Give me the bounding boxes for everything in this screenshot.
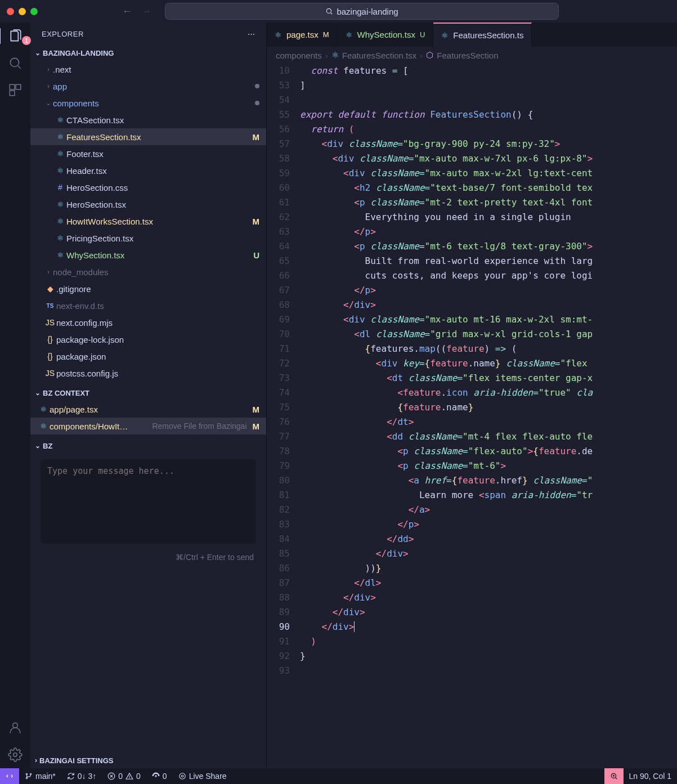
bazingai-settings-header[interactable]: › BAZINGAI SETTINGS — [30, 752, 266, 768]
js-file-icon: JS — [44, 369, 56, 378]
warning-count: 0 — [136, 772, 141, 781]
breadcrumb-part[interactable]: components — [276, 51, 322, 60]
svg-point-2 — [10, 58, 19, 66]
svg-point-8 — [14, 753, 17, 757]
folder-item[interactable]: ⌄components — [30, 95, 266, 111]
bz-context-item[interactable]: ⚛components/HowIt…Remove File from Bazin… — [30, 418, 266, 434]
line-gutter: 1053545556575859606162636465666768697071… — [267, 64, 298, 768]
close-window-button[interactable] — [7, 8, 14, 15]
git-branch-button[interactable]: main* — [19, 768, 61, 784]
git-status-badge: U — [253, 250, 259, 260]
bz-context-item[interactable]: ⚛app/page.tsxM — [30, 401, 266, 418]
file-item[interactable]: ⚛FeaturesSection.tsxM — [30, 128, 266, 145]
tree-label: postcss.config.js — [56, 369, 259, 378]
problems-button[interactable]: 0 0 — [102, 768, 146, 784]
git-status-badge: M — [253, 422, 260, 431]
line-number: 57 — [267, 137, 290, 151]
tree-label: package-lock.json — [56, 335, 259, 344]
code-content[interactable]: const features = [ ] export default func… — [298, 64, 677, 768]
bz-title: BZ — [43, 442, 52, 450]
line-number: 86 — [267, 561, 290, 576]
line-number: 59 — [267, 166, 290, 181]
editor-tab[interactable]: ⚛page.tsxM — [267, 23, 338, 47]
ports-count: 0 — [163, 772, 167, 781]
nav-forward-button[interactable]: → — [141, 6, 151, 17]
tab-label: page.tsx — [286, 30, 319, 39]
file-item[interactable]: {}package-lock.json — [30, 331, 266, 348]
bz-send-hint: ⌘/Ctrl + Enter to send — [30, 549, 266, 563]
line-number: 54 — [267, 93, 290, 107]
file-item[interactable]: {}package.json — [30, 348, 266, 365]
file-item[interactable]: TSnext-env.d.ts — [30, 297, 266, 314]
minimize-window-button[interactable] — [19, 8, 26, 15]
command-center[interactable]: bazingai-landing — [165, 3, 559, 20]
tab-label: FeaturesSection.ts — [453, 30, 523, 40]
search-text: bazingai-landing — [337, 7, 398, 16]
tree-label: HeroSection.tsx — [66, 200, 259, 209]
line-number: 58 — [267, 151, 290, 166]
file-item[interactable]: ⚛HowItWorksSection.tsxM — [30, 213, 266, 230]
chevron-icon: › — [44, 65, 53, 73]
window-controls — [7, 8, 46, 15]
breadcrumb-part[interactable]: FeaturesSection — [437, 51, 498, 60]
search-tab-icon[interactable] — [7, 55, 23, 71]
editor-group: ⚛page.tsxM⚛WhySection.tsxU⚛FeaturesSecti… — [267, 23, 677, 768]
symbol-icon: ⬡ — [426, 50, 433, 60]
remove-file-action[interactable]: Remove File from Bazingai — [152, 422, 249, 431]
explorer-tab-icon[interactable] — [0, 28, 30, 44]
file-item[interactable]: ⚛HeroSection.tsx — [30, 196, 266, 213]
file-item[interactable]: ⚛PricingSection.tsx — [30, 230, 266, 247]
editor-tab[interactable]: ⚛FeaturesSection.ts — [433, 23, 532, 47]
bz-message-input[interactable] — [47, 466, 249, 537]
git-status-badge: M — [253, 217, 260, 226]
react-file-icon: ⚛ — [441, 31, 449, 40]
file-item[interactable]: ⚛Footer.tsx — [30, 145, 266, 162]
file-item[interactable]: ⚛Header.tsx — [30, 162, 266, 179]
chevron-icon: › — [44, 268, 53, 276]
git-status-badge: M — [323, 30, 329, 39]
file-item[interactable]: JSpostcss.config.js — [30, 365, 266, 382]
cursor-position-text: Ln 90, Col 1 — [629, 772, 672, 781]
settings-gear-icon[interactable] — [7, 747, 23, 763]
bz-header[interactable]: ⌄ BZ — [30, 438, 266, 454]
line-number: 71 — [267, 342, 290, 356]
live-share-button[interactable]: Live Share — [173, 768, 232, 784]
tree-label: PricingSection.tsx — [66, 234, 259, 243]
json-file-icon: {} — [44, 335, 56, 344]
file-item[interactable]: #HeroSection.css — [30, 179, 266, 196]
js-file-icon: JS — [44, 318, 56, 327]
tree-label: HowItWorksSection.tsx — [66, 217, 249, 226]
breadcrumb[interactable]: components › ⚛ FeaturesSection.tsx › ⬡ F… — [267, 47, 677, 64]
file-item[interactable]: JSnext.config.mjs — [30, 314, 266, 331]
remote-button[interactable] — [0, 768, 19, 784]
extensions-tab-icon[interactable] — [7, 82, 23, 98]
file-item[interactable]: ◆.gitignore — [30, 280, 266, 297]
zoom-button[interactable] — [604, 768, 624, 784]
ports-button[interactable]: 0 — [146, 768, 173, 784]
code-editor[interactable]: 1053545556575859606162636465666768697071… — [267, 64, 677, 768]
breadcrumb-part[interactable]: FeaturesSection.tsx — [342, 51, 417, 60]
file-item[interactable]: ⚛CTASection.tsx — [30, 111, 266, 128]
file-item[interactable]: ⚛WhySection.tsxU — [30, 247, 266, 263]
git-sync-button[interactable]: 0↓ 3↑ — [61, 768, 102, 784]
cursor-position[interactable]: Ln 90, Col 1 — [624, 768, 678, 784]
project-section-header[interactable]: ⌄ BAZINGAI-LANDING — [30, 45, 266, 61]
git-status-badge: U — [420, 30, 425, 39]
line-number: 53 — [267, 78, 290, 93]
accounts-icon[interactable] — [7, 720, 23, 736]
bz-context-header[interactable]: ⌄ BZ CONTEXT — [30, 385, 266, 401]
editor-tab[interactable]: ⚛WhySection.tsxU — [338, 23, 434, 47]
chevron-icon: ⌄ — [44, 99, 53, 107]
sidebar-more-icon[interactable]: ⋯ — [248, 30, 255, 38]
maximize-window-button[interactable] — [30, 8, 38, 15]
folder-item[interactable]: ›.next — [30, 61, 266, 78]
nav-back-button[interactable]: ← — [122, 6, 132, 17]
folder-item[interactable]: ›app — [30, 78, 266, 95]
tree-label: next.config.mjs — [56, 318, 259, 328]
status-bar: main* 0↓ 3↑ 0 0 0 Live Share Ln 90, Col … — [0, 768, 677, 784]
line-number: 92 — [267, 649, 290, 664]
line-number: 67 — [267, 283, 290, 298]
chevron-right-icon: › — [325, 51, 328, 60]
svg-point-9 — [26, 773, 27, 774]
folder-item[interactable]: ›node_modules — [30, 263, 266, 280]
